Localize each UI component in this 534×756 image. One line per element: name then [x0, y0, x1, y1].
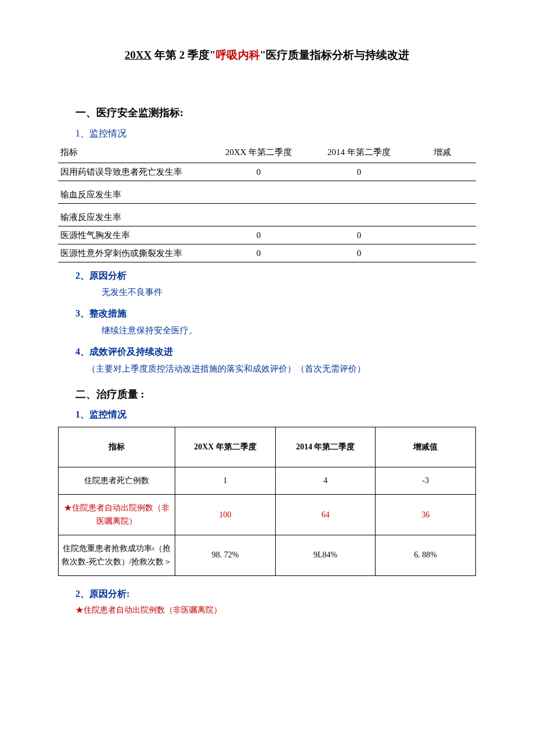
table-row: 医源性气胸发生率00	[58, 226, 476, 244]
title-department: 呼吸内科	[216, 49, 260, 61]
section-1-sub-4: 4、成效评价及持续改进	[75, 344, 476, 359]
row-c2: 0	[309, 163, 409, 181]
row-c2: 64	[275, 495, 376, 535]
table-row: 住院危重患者抢救成功率‹（抢救次数-死亡次数）/抢救次数＞98. 72%9L84…	[59, 535, 476, 576]
t1-h1: 20XX 年第二季度	[208, 143, 309, 163]
section-2-text-2: ★住院患者自动出院例数（非医嘱离院）	[75, 604, 476, 617]
row-c3	[409, 226, 476, 244]
row-c2	[309, 203, 409, 226]
table-row: 输血反应发生率	[58, 181, 476, 203]
section-2-sub-1: 1、监控情况	[75, 407, 476, 422]
row-c1	[208, 181, 309, 203]
t1-h2: 2014 年第二季度	[309, 143, 409, 163]
document-title: 20XX 年第 2 季度"呼吸内科"医疗质量指标分析与持续改进	[58, 46, 476, 64]
section-1-text-4: （主要对上季度质控活动改进措施的落实和成效评价）（首次无需评价）	[87, 362, 476, 376]
row-c3: 6. 88%	[376, 535, 476, 576]
row-c3	[409, 163, 476, 181]
row-c1: 100	[175, 495, 276, 535]
row-label: ★住院患者自动出院例数（非医嘱离院）	[59, 495, 175, 535]
row-c1: 0	[208, 226, 309, 244]
section-1-sub-1: 1、监控情况	[75, 126, 476, 141]
table-row: 住院患者死亡例数14-3	[59, 467, 476, 494]
section-1-text-2: 无发生不良事件	[102, 285, 476, 299]
t1-h3: 增减	[409, 143, 476, 163]
row-label: 医源性意外穿刺伤或撕裂发生率	[58, 244, 208, 262]
row-c1	[208, 203, 309, 226]
row-label: 住院危重患者抢救成功率‹（抢救次数-死亡次数）/抢救次数＞	[59, 535, 175, 576]
row-c1: 0	[208, 244, 309, 262]
section-1-sub-3: 3、整改措施	[75, 306, 476, 321]
row-label: 医源性气胸发生率	[58, 226, 208, 244]
table-row: 输液反应发生率	[58, 203, 476, 226]
t2-h2: 2014 年第二季度	[275, 427, 376, 467]
section-2-heading: 二、治疗质量 :	[75, 386, 476, 403]
row-c2: 0	[309, 226, 409, 244]
row-c3	[409, 181, 476, 203]
row-c3: -3	[376, 467, 476, 494]
section-2-sub-2: 2、原因分析:	[75, 586, 476, 602]
row-c1: 0	[208, 163, 309, 181]
section-1-text-3: 继续注意保持安全医疗。	[102, 323, 476, 337]
t1-h0: 指标	[58, 143, 208, 163]
t2-h0: 指标	[59, 427, 175, 467]
section-1-sub-2: 2、原因分析	[75, 268, 476, 283]
t2-h3: 增减值	[376, 427, 476, 467]
treatment-quality-table: 指标 20XX 年第二季度 2014 年第二季度 增减值 住院患者死亡例数14-…	[58, 427, 476, 576]
row-label: 输血反应发生率	[58, 181, 208, 203]
row-c2: 9L84%	[275, 535, 376, 576]
row-c2: 4	[275, 467, 376, 494]
row-c3	[409, 203, 476, 226]
row-c3: 36	[376, 495, 476, 535]
row-c3	[409, 244, 476, 262]
table-row: 因用药错误导致患者死亡发生率00	[58, 163, 476, 181]
table-row: 医源性意外穿刺伤或撕裂发生率00	[58, 244, 476, 262]
section-1-heading: 一、医疗安全监测指标:	[75, 105, 476, 121]
row-c1: 1	[175, 467, 276, 494]
table-row: ★住院患者自动出院例数（非医嘱离院）1006436	[59, 495, 476, 535]
row-label: 因用药错误导致患者死亡发生率	[58, 163, 208, 181]
title-year: 20XX	[125, 49, 151, 61]
row-c2: 0	[309, 244, 409, 262]
row-label: 住院患者死亡例数	[59, 467, 175, 494]
title-mid2: "医疗质量指标分析与持续改进	[260, 49, 410, 61]
row-label: 输液反应发生率	[58, 203, 208, 226]
title-mid1: 年第 2 季度"	[151, 49, 215, 61]
t2-h1: 20XX 年第二季度	[175, 427, 276, 467]
safety-monitoring-table: 指标 20XX 年第二季度 2014 年第二季度 增减 因用药错误导致患者死亡发…	[58, 143, 476, 262]
row-c2	[309, 181, 409, 203]
row-c1: 98. 72%	[175, 535, 276, 576]
